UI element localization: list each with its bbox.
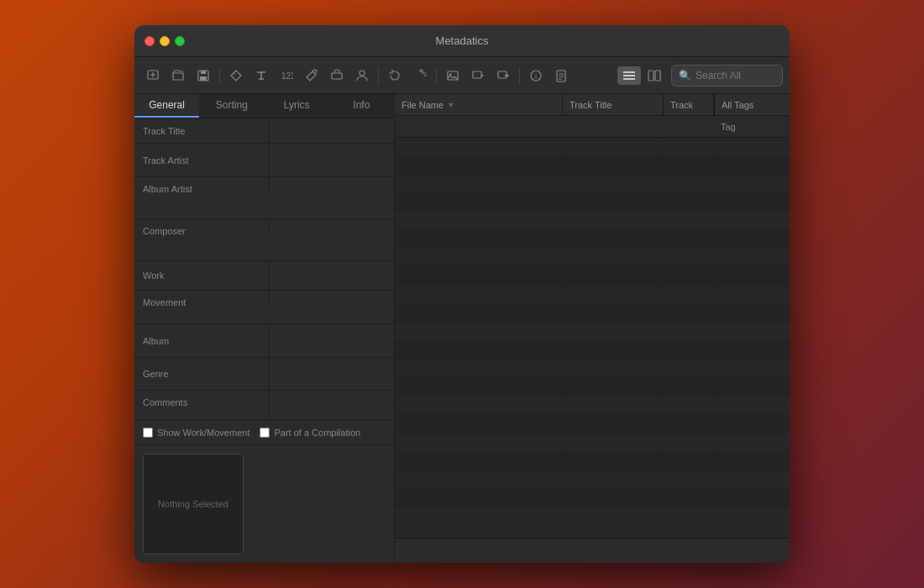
work-input[interactable] xyxy=(269,261,394,290)
rename-icon[interactable] xyxy=(325,64,349,87)
img-edit-icon[interactable] xyxy=(466,64,490,87)
view-column-button[interactable] xyxy=(643,66,666,85)
tab-sorting[interactable]: Sorting xyxy=(199,94,264,118)
file-header-left: File Name ▼ Track Title Track xyxy=(395,94,714,116)
comments-input[interactable] xyxy=(269,391,394,420)
table-row[interactable] xyxy=(395,452,790,470)
undo-icon[interactable] xyxy=(383,64,407,87)
track-title-cell xyxy=(563,286,664,303)
album-input[interactable] xyxy=(269,324,394,357)
track-title-cell xyxy=(563,323,664,340)
tag-cell xyxy=(714,341,790,359)
track-num-cell xyxy=(664,470,714,488)
table-row[interactable] xyxy=(395,489,790,507)
artwork-box[interactable]: Nothing Selected xyxy=(143,454,244,554)
tag-cell xyxy=(714,286,790,303)
table-row[interactable] xyxy=(395,378,790,396)
sort-arrow: ▼ xyxy=(447,101,454,109)
maximize-button[interactable] xyxy=(175,36,185,46)
tag-cell xyxy=(714,323,790,340)
table-row[interactable] xyxy=(395,156,790,175)
genre-input[interactable] xyxy=(269,358,394,390)
svg-text:i: i xyxy=(535,72,537,81)
album-label: Album xyxy=(134,324,269,357)
svg-rect-2 xyxy=(201,71,206,74)
table-row[interactable] xyxy=(395,267,790,286)
tag-icon[interactable] xyxy=(224,64,248,87)
track-title-cell xyxy=(563,415,664,433)
track-num-cell xyxy=(664,489,714,507)
compilation-checkbox[interactable]: Part of a Compilation xyxy=(260,428,360,438)
table-row[interactable] xyxy=(395,249,790,267)
table-row[interactable] xyxy=(395,341,790,360)
table-row[interactable] xyxy=(395,138,790,156)
tools-icon[interactable] xyxy=(300,64,323,87)
album-artist-input[interactable] xyxy=(269,177,394,194)
open-icon[interactable] xyxy=(166,64,190,87)
file-name-cell xyxy=(395,156,563,174)
track-num-cell xyxy=(664,230,714,248)
info-icon[interactable]: i xyxy=(524,64,548,87)
show-work-movement-input[interactable] xyxy=(143,428,153,438)
table-row[interactable] xyxy=(395,415,790,433)
redo-icon[interactable] xyxy=(408,64,432,87)
table-row[interactable] xyxy=(395,193,790,212)
compilation-input[interactable] xyxy=(260,428,270,438)
show-work-movement-checkbox[interactable]: Show Work/Movement xyxy=(143,428,249,438)
svg-point-9 xyxy=(449,73,451,75)
track-artist-row: Track Artist Year xyxy=(134,144,394,177)
img-export-icon[interactable] xyxy=(491,64,515,87)
number-icon[interactable]: 123 xyxy=(275,64,298,87)
track-title-input[interactable] xyxy=(270,118,394,143)
import-icon[interactable] xyxy=(141,64,165,87)
save-icon[interactable] xyxy=(192,64,215,87)
file-name-cell xyxy=(395,304,563,322)
table-row[interactable] xyxy=(395,323,790,341)
tags-sub-header: Tag Value xyxy=(395,116,790,138)
file-name-cell xyxy=(395,433,563,451)
track-num-header[interactable]: Track xyxy=(664,94,714,115)
tags-columns: Tag Value xyxy=(714,116,790,138)
track-title-header[interactable]: Track Title xyxy=(563,94,664,115)
table-row[interactable] xyxy=(395,175,790,193)
view-list-button[interactable] xyxy=(617,66,641,85)
track-title-cell xyxy=(563,267,664,285)
left-panel: General Sorting Lyrics Info Track Title … xyxy=(134,94,395,563)
table-row[interactable] xyxy=(395,360,790,378)
genre-label: Genre xyxy=(134,358,269,390)
table-row[interactable] xyxy=(395,230,790,249)
tag-cell xyxy=(714,212,790,229)
file-name-cell xyxy=(395,212,563,229)
table-row[interactable] xyxy=(395,304,790,323)
file-name-cell xyxy=(395,267,563,285)
table-row[interactable] xyxy=(395,286,790,304)
file-name-cell xyxy=(395,360,563,377)
table-row[interactable] xyxy=(395,212,790,230)
file-name-header[interactable]: File Name ▼ xyxy=(395,94,563,115)
minimize-button[interactable] xyxy=(160,36,170,46)
svg-text:123: 123 xyxy=(281,71,293,81)
track-artist-input[interactable] xyxy=(269,144,394,176)
close-button[interactable] xyxy=(144,36,155,46)
file-name-cell xyxy=(395,323,563,340)
search-input[interactable] xyxy=(696,70,775,81)
app-window: Metadatics 123 xyxy=(134,25,790,563)
tab-info[interactable]: Info xyxy=(329,94,394,118)
track-num-cell xyxy=(664,341,714,359)
tab-lyrics[interactable]: Lyrics xyxy=(265,94,329,118)
work-label: Work xyxy=(134,261,269,290)
text-icon[interactable] xyxy=(249,64,273,87)
track-num-cell xyxy=(664,249,714,266)
track-num-cell xyxy=(664,396,714,414)
movement-input[interactable] xyxy=(269,291,394,307)
track-num-cell xyxy=(664,415,714,433)
table-row[interactable] xyxy=(395,433,790,452)
image-icon[interactable] xyxy=(441,64,465,87)
tag-col-header: Tag xyxy=(714,116,790,137)
script-icon[interactable] xyxy=(549,64,573,87)
table-row[interactable] xyxy=(395,470,790,489)
tab-general[interactable]: General xyxy=(134,94,199,118)
person-icon[interactable] xyxy=(350,64,374,87)
composer-input[interactable] xyxy=(269,219,394,236)
table-row[interactable] xyxy=(395,396,790,415)
